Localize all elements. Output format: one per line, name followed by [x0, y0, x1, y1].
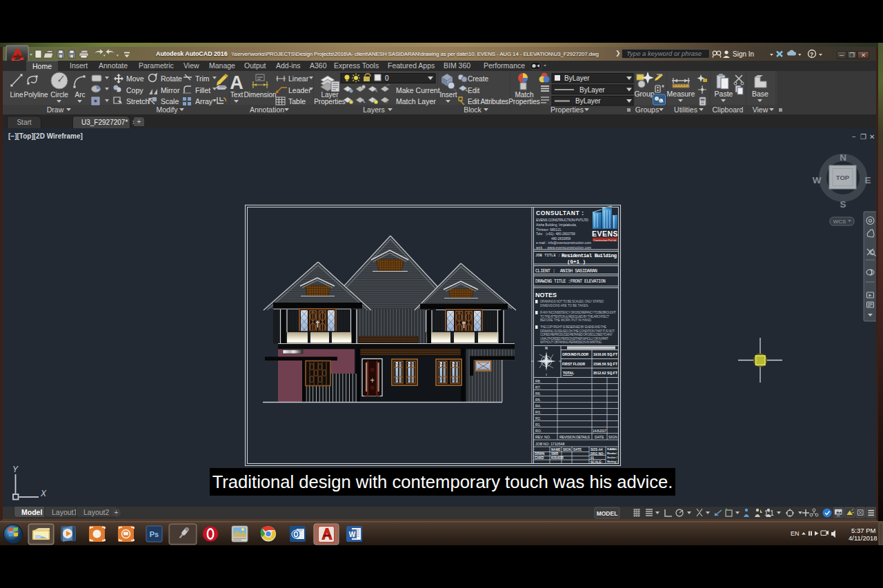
- svg-text:ByLayer: ByLayer: [575, 97, 601, 105]
- svg-text:EVENS CONSTRUCTION PVT.LTD: EVENS CONSTRUCTION PVT.LTD: [536, 218, 588, 222]
- svg-text:❐: ❐: [860, 133, 866, 141]
- svg-text:Draw: Draw: [47, 105, 64, 114]
- svg-text:UNAUTHORIZED PERSON EITHER WHO: UNAUTHORIZED PERSON EITHER WHOLLY OR IN …: [540, 337, 608, 341]
- svg-text:Rotate: Rotate: [161, 74, 182, 83]
- svg-text:N: N: [545, 346, 548, 350]
- svg-text:1596.56 SQ FT: 1596.56 SQ FT: [593, 362, 617, 366]
- svg-text:WITHOUT OBTAINING PERMISSION I: WITHOUT OBTAINING PERMISSION IN WRITING.: [540, 341, 602, 344]
- svg-text:BEFORE THE WORK PUT IN HAND.: BEFORE THE WORK PUT IN HAND.: [540, 318, 592, 322]
- svg-text:Group: Group: [634, 90, 654, 98]
- svg-text:Layers: Layers: [363, 105, 385, 114]
- svg-text:Measure: Measure: [667, 90, 695, 98]
- svg-text:Stretch: Stretch: [126, 97, 149, 105]
- svg-text:Elevation □: Elevation □: [607, 452, 618, 455]
- svg-text:SIZE-A4: SIZE-A4: [591, 448, 603, 452]
- svg-text:Groups: Groups: [635, 105, 659, 114]
- svg-text:e-mail : info@evensconstructio: e-mail : info@evensconstruction.com: [536, 241, 591, 245]
- svg-text:✕: ✕: [869, 133, 875, 141]
- svg-text:Create: Create: [468, 75, 488, 83]
- svg-text:Line: Line: [10, 91, 23, 99]
- svg-text:Ps: Ps: [150, 530, 159, 538]
- svg-text:REVISION DETAILS: REVISION DETAILS: [559, 435, 591, 439]
- svg-text:R3.: R3.: [535, 410, 541, 414]
- svg-text:W: W: [349, 531, 356, 538]
- svg-text:Tele: (+91)- 480-2833758: Tele: (+91)- 480-2833758: [536, 232, 575, 236]
- svg-text:X: X: [40, 489, 47, 498]
- svg-text:View: View: [753, 105, 768, 114]
- svg-text:Annotation: Annotation: [250, 105, 284, 114]
- svg-text:DRAWING IS ISSUED ON THE CONDI: DRAWING IS ISSUED ON THE CONDITION THAT …: [540, 330, 615, 333]
- svg-text:web : www.evensconstruction.: web : www.evensconstruction.com: [536, 246, 591, 250]
- svg-text:TOP: TOP: [836, 174, 850, 181]
- svg-text:CONSULTANT :: CONSULTANT :: [536, 210, 584, 216]
- svg-text:01: 01: [591, 456, 595, 460]
- svg-text:DATE: DATE: [595, 435, 604, 439]
- svg-text:KISHOR: KISHOR: [551, 456, 564, 460]
- svg-text:Copy: Copy: [126, 86, 143, 94]
- svg-text:SIGN: SIGN: [608, 435, 617, 439]
- svg-text:DRG NO-: DRG NO-: [591, 452, 604, 456]
- svg-text:14-8-2017: 14-8-2017: [593, 429, 606, 433]
- svg-text:R5.: R5.: [535, 398, 541, 402]
- svg-text:JOB TITLE :: JOB TITLE :: [535, 253, 560, 258]
- svg-text:Arc: Arc: [75, 91, 86, 99]
- svg-text:RO.: RO.: [535, 429, 542, 433]
- svg-text:Thrissur- 680121.: Thrissur- 680121.: [536, 228, 562, 232]
- svg-text:R2.: R2.: [535, 416, 541, 420]
- svg-text:TOTAL: TOTAL: [563, 371, 574, 375]
- svg-text:Properties: Properties: [550, 105, 584, 114]
- svg-text:REV. NO.: REV. NO.: [535, 435, 550, 439]
- svg-text:Utilities: Utilities: [674, 105, 697, 114]
- svg-text:WCS: WCS: [833, 219, 846, 225]
- svg-text:E: E: [864, 175, 871, 185]
- svg-text:1916.06 SQ.FT: 1916.06 SQ.FT: [593, 352, 617, 356]
- svg-text:Fillet: Fillet: [195, 86, 210, 94]
- svg-text:SMR: SMR: [551, 452, 559, 456]
- svg-text:[−][Top][2D Wireframe]: [−][Top][2D Wireframe]: [8, 132, 83, 140]
- svg-text:480-2833859: 480-2833859: [551, 237, 571, 241]
- svg-text:ByLayer: ByLayer: [564, 74, 590, 82]
- svg-text:CHKD: CHKD: [535, 456, 544, 460]
- svg-text:DRAWINGS NOT TO BE SCALED, ONL: DRAWINGS NOT TO BE SCALED, ONLY STATED: [540, 300, 604, 303]
- svg-text:Properties: Properties: [314, 98, 346, 105]
- svg-text:Text: Text: [230, 91, 244, 99]
- svg-text:−: −: [852, 133, 856, 141]
- svg-text:Sign In: Sign In: [733, 50, 754, 58]
- svg-text:4/11/2018: 4/11/2018: [849, 534, 877, 542]
- svg-text:EVENS: EVENS: [592, 230, 618, 238]
- svg-text:Paste: Paste: [715, 90, 733, 98]
- svg-text:Match Layer: Match Layer: [396, 97, 436, 105]
- svg-text:Residential Building: Residential Building: [562, 253, 617, 258]
- svg-text:DIMENSIONS ARE TO BE TAKEN.: DIMENSIONS ARE TO BE TAKEN.: [540, 304, 588, 307]
- svg-text:R7.: R7.: [535, 385, 541, 389]
- svg-text:S: S: [840, 199, 846, 210]
- svg-text:R1.: R1.: [535, 423, 541, 427]
- svg-text:SCALE-: SCALE-: [591, 460, 603, 464]
- svg-text:Aisha Building, Irinjalakuda,: Aisha Building, Irinjalakuda,: [536, 223, 577, 227]
- svg-text:Properties: Properties: [508, 98, 540, 105]
- svg-text:Move: Move: [126, 74, 144, 83]
- svg-text:Base: Base: [752, 90, 768, 98]
- svg-text:1:1: 1:1: [764, 509, 774, 517]
- svg-text:GROUND FLOOR: GROUND FLOOR: [562, 352, 588, 356]
- svg-text:5:37 PM: 5:37 PM: [851, 527, 875, 534]
- svg-text:Block: Block: [464, 105, 482, 114]
- svg-text:R8.: R8.: [535, 379, 541, 383]
- svg-text:SIGN: SIGN: [563, 448, 571, 452]
- svg-text:COPIED REPRODUCED RETAINED OR: COPIED REPRODUCED RETAINED OR DISCLOSED …: [540, 333, 613, 336]
- svg-text:Table: Table: [288, 97, 306, 105]
- svg-text:W: W: [813, 175, 822, 185]
- svg-text:THE COPYRIGHT IS RESERVED BY E: THE COPYRIGHT IS RESERVED BY EVENS AND T…: [540, 325, 606, 329]
- svg-text:R4.: R4.: [535, 404, 541, 408]
- svg-text:0: 0: [385, 74, 389, 82]
- svg-text:(G+1 ): (G+1 ): [567, 259, 586, 265]
- svg-text:NOTES: NOTES: [535, 292, 557, 298]
- svg-text:Edit: Edit: [468, 87, 479, 94]
- svg-text:Modify: Modify: [157, 105, 179, 114]
- svg-text:Leader: Leader: [288, 86, 311, 94]
- svg-text:N: N: [840, 152, 846, 163]
- svg-text:R6.: R6.: [535, 392, 541, 396]
- svg-text:FIRST FLOOR: FIRST FLOOR: [562, 362, 585, 366]
- svg-text:Scale: Scale: [161, 97, 179, 105]
- svg-text:Circle: Circle: [50, 91, 68, 99]
